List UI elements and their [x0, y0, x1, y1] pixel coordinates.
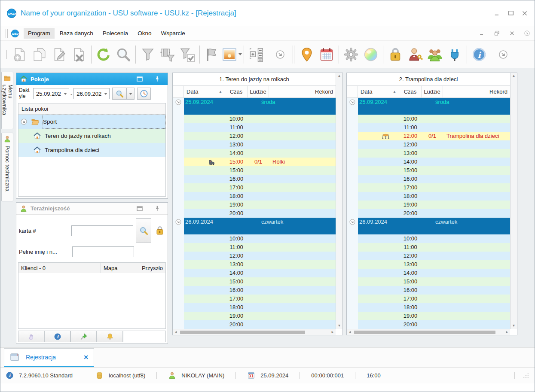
- footer-pushpin-button[interactable]: [70, 331, 97, 342]
- toolbar-overflow-chevron-button[interactable]: [493, 44, 513, 65]
- minimize-button[interactable]: [493, 9, 501, 17]
- search-options-dropdown[interactable]: [127, 88, 135, 100]
- schedule-slot-row[interactable]: 11:00: [347, 123, 510, 132]
- collapse-group-icon[interactable]: [175, 219, 182, 225]
- tab-rejestracja[interactable]: Rejestracja ✕: [4, 348, 94, 367]
- tree-item-trampolina-dla-dzieci[interactable]: Trampolina dla dzieci: [18, 143, 165, 157]
- schedule-slot-row[interactable]: 14:00: [173, 149, 336, 158]
- horizontal-scrollbar[interactable]: ◄►: [173, 329, 336, 335]
- schedule-slot-row[interactable]: 17:00: [347, 183, 510, 192]
- menu-overflow-chevron-icon[interactable]: [524, 30, 530, 36]
- vertical-scrollbar[interactable]: ▲▼: [336, 73, 342, 329]
- toolbar-filter-button[interactable]: [138, 44, 158, 65]
- toolbar-filter-columns-button[interactable]: [158, 44, 177, 65]
- tab-close-icon[interactable]: ✕: [83, 354, 89, 361]
- schedule-slot-row[interactable]: 20:00: [173, 320, 336, 329]
- maximize-button[interactable]: [507, 9, 515, 17]
- schedule-slot-row[interactable]: 18:00: [347, 192, 510, 201]
- scroll-up-icon[interactable]: ▲: [338, 74, 341, 78]
- schedule-slot-row[interactable]: 12:00: [173, 252, 336, 260]
- collapse-group-icon[interactable]: [349, 99, 356, 106]
- schedule-slot-row[interactable]: 13:00: [173, 260, 336, 269]
- schedule-slot-row[interactable]: 15:000/1Rolki: [173, 158, 336, 166]
- toolbar-map-pin-button[interactable]: [297, 44, 317, 65]
- schedule-slot-row[interactable]: 11:00: [173, 243, 336, 252]
- schedule-slot-row[interactable]: 10:00: [173, 115, 336, 123]
- scrollbar-thumb[interactable]: [180, 331, 305, 334]
- menu-item-polecenia[interactable]: Polecenia: [98, 28, 132, 39]
- column-header-rekord[interactable]: Rekord: [443, 86, 510, 97]
- column-header-future[interactable]: Przyszło: [139, 263, 165, 273]
- column-header-data[interactable]: Data▲: [184, 86, 225, 97]
- mdi-minimize-button[interactable]: [479, 30, 485, 36]
- toolbar-copy-document-button[interactable]: [30, 44, 49, 65]
- schedule-slot-row[interactable]: 19:00: [347, 201, 510, 209]
- schedule-slot-row[interactable]: 14:00: [173, 269, 336, 277]
- schedule-slot-row[interactable]: 10:00: [347, 234, 510, 243]
- schedule-slot-row[interactable]: 19:00: [173, 201, 336, 209]
- toolbar-user-group-button[interactable]: [425, 44, 445, 65]
- schedule-slot-row[interactable]: 20:00: [347, 209, 510, 218]
- footer-hand-button[interactable]: [18, 331, 44, 342]
- schedule-slot-row[interactable]: 19:00: [173, 312, 336, 320]
- schedule-slot-row[interactable]: 13:00: [173, 140, 336, 149]
- search-rooms-button[interactable]: [112, 88, 127, 100]
- toolbar-color-wheel-button[interactable]: [361, 44, 381, 65]
- horizontal-scrollbar[interactable]: ◄►: [347, 329, 510, 335]
- column-header-rekord[interactable]: Rekord: [269, 86, 336, 97]
- schedule-slot-row[interactable]: 11:00: [173, 123, 336, 132]
- column-header-ludzie[interactable]: Ludzie: [422, 86, 443, 97]
- chevron-down-icon[interactable]: [238, 53, 242, 55]
- scroll-up-icon[interactable]: ▲: [512, 74, 516, 78]
- clients-table-body[interactable]: [18, 273, 166, 329]
- mdi-close-button[interactable]: [509, 30, 515, 36]
- schedule-slot-row[interactable]: 12:00: [173, 132, 336, 140]
- panel-maximize-icon[interactable]: [136, 75, 144, 83]
- side-tab-tech-support[interactable]: Pomoc techniczna: [1, 133, 13, 201]
- toolbar-search-button[interactable]: [113, 44, 133, 65]
- column-header-data[interactable]: Data▲: [358, 86, 399, 97]
- schedule-slot-row[interactable]: 12:000/1Trampolina dla dzieci: [347, 132, 510, 140]
- menu-grip[interactable]: [6, 29, 8, 38]
- toolbar-edit-document-button[interactable]: [49, 44, 69, 65]
- footer-quick-input[interactable]: [123, 331, 166, 342]
- lock-icon[interactable]: [155, 225, 165, 236]
- schedule-slot-row[interactable]: 16:00: [173, 175, 336, 183]
- schedule-slot-row[interactable]: 15:00: [173, 277, 336, 286]
- scrollbar-thumb[interactable]: [354, 331, 495, 334]
- side-tab-user-menu[interactable]: Menu użytkownika: [1, 72, 13, 129]
- toolbar-refresh-button[interactable]: [94, 44, 113, 65]
- footer-info-blue-button[interactable]: i: [44, 331, 70, 342]
- column-header-ludzie[interactable]: Ludzie: [248, 86, 269, 97]
- time-button[interactable]: [137, 88, 151, 100]
- schedule-slot-row[interactable]: 15:00: [173, 166, 336, 175]
- tree-item-teren-do-jazdy-na-rolkach[interactable]: Teren do jazdy na rolkach: [18, 129, 165, 143]
- toolbar-user-permissions-button[interactable]: [405, 44, 425, 65]
- toolbar-delete-document-button[interactable]: [69, 44, 89, 65]
- scroll-right-icon[interactable]: ►: [331, 331, 334, 334]
- schedule-slot-row[interactable]: 14:00: [347, 158, 510, 166]
- tree-item-sport[interactable]: Sport: [18, 115, 165, 129]
- schedule-slot-row[interactable]: 10:00: [347, 115, 510, 123]
- schedule-slot-row[interactable]: 17:00: [173, 183, 336, 192]
- mdi-restore-button[interactable]: [494, 30, 500, 36]
- footer-bell-button[interactable]: [97, 331, 123, 342]
- schedule-slot-row[interactable]: 16:00: [347, 175, 510, 183]
- search-client-button[interactable]: [136, 218, 151, 243]
- toolbar-lock-button[interactable]: [385, 44, 405, 65]
- resize-grip-icon[interactable]: [523, 372, 529, 379]
- schedule-slot-row[interactable]: 10:00: [173, 234, 336, 243]
- toolbar-info-button[interactable]: i: [469, 44, 489, 65]
- menu-item-wsparcie[interactable]: Wsparcie: [156, 28, 189, 39]
- schedule-slot-row[interactable]: 17:00: [173, 295, 336, 303]
- card-number-input[interactable]: [71, 225, 133, 236]
- column-header-czas[interactable]: Czas: [399, 86, 422, 97]
- schedule-slot-row[interactable]: 12:00: [347, 140, 510, 149]
- schedule-slot-row[interactable]: 16:00: [347, 286, 510, 295]
- toolbar-calendar-button[interactable]: [317, 44, 336, 65]
- schedule-slot-row[interactable]: 14:00: [347, 269, 510, 277]
- schedule-slot-row[interactable]: 20:00: [347, 320, 510, 329]
- toolbar-plugin-button[interactable]: [445, 44, 465, 65]
- toolbar-filter-apply-button[interactable]: [177, 44, 197, 65]
- collapse-group-icon[interactable]: [175, 99, 182, 106]
